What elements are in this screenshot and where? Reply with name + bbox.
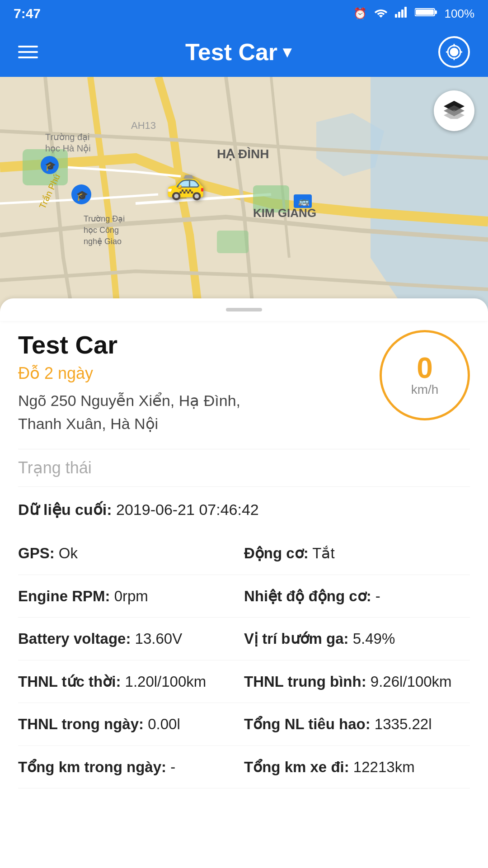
data-row: GPS: Ok — [18, 532, 244, 575]
svg-text:học Công: học Công — [84, 226, 119, 235]
layers-icon — [443, 99, 465, 123]
speed-unit: km/h — [411, 382, 439, 397]
svg-text:nghệ Giao: nghệ Giao — [84, 237, 122, 246]
svg-rect-1 — [398, 12, 400, 18]
data-row: Battery voltage: 13.60V — [18, 618, 244, 660]
svg-text:KIM GIANG: KIM GIANG — [253, 206, 316, 220]
status-bar: 7:47 ⏰ 100% — [0, 0, 488, 27]
svg-point-7 — [450, 48, 458, 56]
data-row: Tổng km xe đi: 12213km — [244, 746, 470, 789]
data-row: Tổng km trong ngày: - — [18, 746, 244, 789]
data-row: THNL trong ngày: 0.00l — [18, 703, 244, 746]
panel-drag-handle — [226, 308, 262, 311]
last-data-label: Dữ liệu cuối: — [18, 501, 112, 518]
app-title[interactable]: Test Car ▾ — [185, 38, 291, 66]
data-row: Động cơ: Tắt — [244, 532, 470, 575]
data-section: Dữ liệu cuối: 2019-06-21 07:46:42 GPS: O… — [18, 500, 470, 797]
svg-text:HẠ ĐÌNH: HẠ ĐÌNH — [217, 147, 269, 161]
panel-handle-area[interactable] — [0, 298, 488, 321]
location-target-button[interactable] — [438, 36, 470, 68]
title-dropdown-arrow: ▾ — [283, 42, 291, 61]
app-bar: Test Car ▾ — [0, 27, 488, 77]
svg-rect-2 — [401, 9, 404, 18]
svg-rect-16 — [217, 231, 249, 253]
map-view[interactable]: HẠ ĐÌNH KIM GIANG Trường đại học Hà Nội … — [0, 77, 488, 312]
data-row: Tổng NL tiêu hao: 1335.22l — [244, 703, 470, 746]
svg-rect-6 — [416, 9, 434, 15]
vehicle-header: Test Car Đỗ 2 ngày Ngõ 250 Nguyễn Xiển, … — [18, 330, 470, 435]
data-row: Vị trí bướm ga: 5.49% — [244, 618, 470, 660]
alarm-icon: ⏰ — [353, 7, 367, 20]
last-data-value: 2019-06-21 07:46:42 — [116, 501, 259, 518]
status-icons: ⏰ 100% — [353, 7, 475, 21]
svg-text:🚌: 🚌 — [298, 196, 310, 207]
menu-button[interactable] — [18, 46, 38, 58]
svg-text:học Hà Nội: học Hà Nội — [45, 143, 91, 153]
info-panel: Test Car Đỗ 2 ngày Ngõ 250 Nguyễn Xiển, … — [0, 321, 488, 816]
battery-percent: 100% — [445, 7, 475, 21]
data-row: Engine RPM: 0rpm — [18, 575, 244, 618]
svg-text:AH13: AH13 — [131, 120, 156, 131]
wifi-icon — [374, 7, 388, 20]
vehicle-title-header: Test Car — [185, 38, 277, 66]
vehicle-name: Test Car — [18, 330, 371, 359]
data-row: THNL trung bình: 9.26l/100km — [244, 660, 470, 703]
vehicle-status: Đỗ 2 ngày — [18, 364, 371, 383]
data-grid: GPS: OkĐộng cơ: TắtEngine RPM: 0rpmNhiệt… — [18, 532, 470, 788]
svg-text:Trường Đại: Trường Đại — [84, 214, 125, 223]
vehicle-address: Ngõ 250 Nguyễn Xiển, Hạ Đình, Thanh Xuân… — [18, 389, 271, 435]
svg-rect-0 — [395, 14, 397, 18]
signal-icon — [395, 7, 408, 20]
vehicle-info: Test Car Đỗ 2 ngày Ngõ 250 Nguyễn Xiển, … — [18, 330, 371, 435]
svg-text:🎓: 🎓 — [76, 189, 89, 202]
speed-value: 0 — [417, 354, 433, 382]
last-data-row: Dữ liệu cuối: 2019-06-21 07:46:42 — [18, 500, 470, 519]
status-time: 7:47 — [14, 6, 41, 21]
svg-rect-5 — [435, 10, 437, 14]
battery-icon — [415, 7, 437, 21]
car-marker: 🚕 — [166, 164, 205, 201]
svg-text:Trường đại: Trường đại — [45, 132, 90, 142]
svg-rect-3 — [404, 7, 407, 18]
data-row: Nhiệt độ động cơ: - — [244, 575, 470, 618]
map-layer-button[interactable] — [434, 90, 474, 131]
trang-thai-label: Trạng thái — [18, 449, 470, 487]
svg-text:🎓: 🎓 — [45, 160, 56, 171]
speed-circle: 0 km/h — [380, 330, 470, 420]
data-row: THNL tức thời: 1.20l/100km — [18, 660, 244, 703]
